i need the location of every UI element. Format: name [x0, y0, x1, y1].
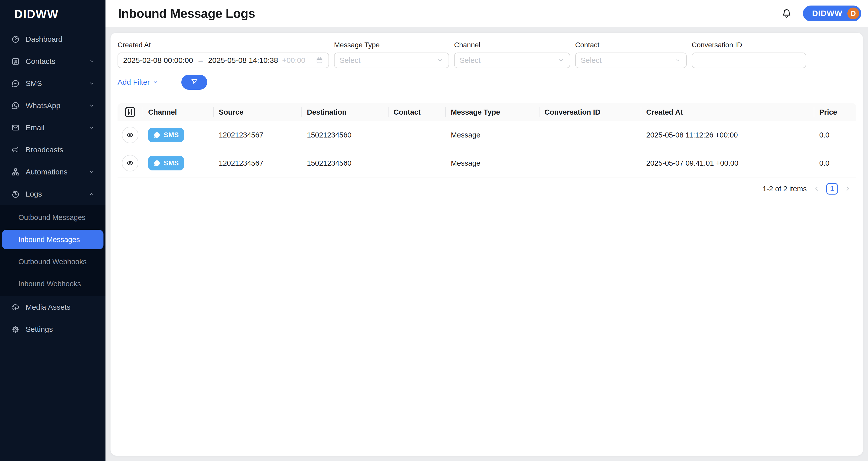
sidebar-item-label: Contacts	[26, 57, 55, 66]
column-header-contact: Contact	[388, 103, 445, 121]
range-timezone: +00:00	[282, 56, 305, 65]
add-filter-button[interactable]: Add Filter	[118, 78, 159, 86]
top-bar: Inbound Message Logs DIDWW D	[105, 0, 868, 27]
view-message-button[interactable]	[122, 127, 138, 143]
sidebar-item-label: Settings	[26, 325, 53, 334]
created-at-range-input[interactable]: 2025-02-08 00:00:00 → 2025-05-08 14:10:3…	[118, 53, 329, 68]
contact-select[interactable]: Select	[575, 53, 687, 68]
chevron-down-icon	[88, 102, 95, 109]
channel-badge-label: SMS	[164, 160, 179, 167]
didww-logo: DIDWW	[0, 0, 105, 28]
sliders-icon	[124, 106, 136, 119]
message-type-select[interactable]: Select	[334, 53, 449, 68]
channel-badge-label: SMS	[164, 131, 179, 139]
range-arrow-icon: →	[197, 56, 204, 64]
channel-badge: SMS	[148, 156, 184, 170]
cell-message-type: Message	[445, 159, 539, 167]
sidebar-item-label: Logs	[26, 190, 42, 198]
select-placeholder: Select	[340, 56, 361, 65]
gear-icon	[11, 325, 20, 334]
cell-source: 12021234567	[213, 159, 301, 167]
filter-conversation-id: Conversation ID	[692, 41, 806, 68]
column-settings-button[interactable]	[118, 103, 143, 121]
filter-created-at: Created At 2025-02-08 00:00:00 → 2025-05…	[118, 41, 329, 68]
sidebar-item-settings[interactable]: Settings	[0, 318, 105, 340]
view-message-button[interactable]	[122, 155, 138, 171]
pagination-prev-button[interactable]	[813, 185, 820, 193]
logs-card: Created At 2025-02-08 00:00:00 → 2025-05…	[111, 33, 863, 456]
chevron-down-icon	[674, 57, 681, 64]
megaphone-icon	[11, 145, 20, 154]
sidebar-item-inbound-webhooks[interactable]: Inbound Webhooks	[2, 273, 103, 295]
table-header-row: Channel Source Destination Contact Messa…	[118, 103, 856, 121]
filter-contact: Contact Select	[575, 41, 687, 68]
message-type-label: Message Type	[334, 41, 449, 49]
column-header-conversation-id: Conversation ID	[539, 103, 641, 121]
funnel-icon	[190, 78, 199, 87]
range-end-value: 2025-05-08 14:10:38	[208, 56, 278, 65]
created-at-label: Created At	[118, 41, 329, 49]
conversation-id-input[interactable]	[697, 53, 801, 68]
column-header-destination: Destination	[301, 103, 388, 121]
sidebar-item-logs[interactable]: Logs	[0, 183, 105, 205]
apply-filter-button[interactable]	[181, 75, 207, 90]
sidebar-item-whatsapp[interactable]: WhatsApp	[0, 94, 105, 117]
sidebar-item-label: WhatsApp	[26, 101, 60, 110]
channel-label: Channel	[454, 41, 570, 49]
sidebar-item-label: Media Assets	[26, 303, 70, 312]
select-placeholder: Select	[581, 56, 601, 65]
sidebar-item-sms[interactable]: SMS	[0, 73, 105, 94]
column-header-created-at: Created At	[641, 103, 814, 121]
chevron-right-icon	[844, 185, 851, 193]
channel-select[interactable]: Select	[454, 53, 570, 68]
column-header-price: Price	[814, 103, 856, 121]
chevron-down-icon	[436, 57, 443, 64]
cloud-upload-icon	[11, 302, 20, 312]
range-start-value: 2025-02-08 00:00:00	[123, 56, 193, 65]
column-header-source: Source	[213, 103, 301, 121]
sidebar-item-media-assets[interactable]: Media Assets	[0, 296, 105, 318]
cell-destination: 15021234560	[301, 131, 388, 139]
chevron-up-icon	[88, 191, 95, 197]
chevron-down-icon	[88, 58, 95, 65]
sub-item-label: Outbound Webhooks	[18, 258, 87, 266]
avatar: D	[847, 7, 859, 19]
sidebar-item-broadcasts[interactable]: Broadcasts	[0, 139, 105, 161]
sidebar-item-label: Automations	[26, 168, 68, 176]
sidebar-item-email[interactable]: Email	[0, 117, 105, 139]
sidebar-item-outbound-messages[interactable]: Outbound Messages	[2, 206, 103, 229]
chat-bubble-icon	[153, 160, 161, 167]
cell-price: 0.0	[814, 131, 856, 139]
pagination-page-1[interactable]: 1	[826, 183, 838, 195]
cell-destination: 15021234560	[301, 159, 388, 167]
sidebar-item-label: Dashboard	[26, 35, 63, 44]
select-placeholder: Select	[460, 56, 480, 65]
content-area: Created At 2025-02-08 00:00:00 → 2025-05…	[105, 27, 868, 461]
sidebar-item-contacts[interactable]: Contacts	[0, 50, 105, 73]
sidebar-item-label: Broadcasts	[26, 146, 63, 154]
account-button[interactable]: DIDWW D	[803, 5, 861, 21]
sidebar-nav: Dashboard Contacts SMS WhatsApp Email Br…	[0, 28, 105, 340]
filter-message-type: Message Type Select	[334, 41, 449, 68]
chevron-down-icon	[152, 79, 159, 85]
sidebar-item-dashboard[interactable]: Dashboard	[0, 28, 105, 50]
notifications-button[interactable]	[781, 8, 793, 19]
column-header-message-type: Message Type	[445, 103, 539, 121]
dashboard-icon	[11, 35, 20, 44]
conversation-id-field	[692, 53, 806, 68]
filters-row: Created At 2025-02-08 00:00:00 → 2025-05…	[118, 41, 856, 68]
sidebar-item-inbound-messages[interactable]: Inbound Messages	[2, 230, 103, 249]
chevron-down-icon	[88, 80, 95, 87]
bell-icon	[781, 8, 793, 19]
chevron-down-icon	[88, 169, 95, 175]
sidebar-item-outbound-webhooks[interactable]: Outbound Webhooks	[2, 251, 103, 273]
sub-item-label: Inbound Webhooks	[18, 280, 81, 288]
cell-source: 12021234567	[213, 131, 301, 139]
clock-history-icon	[11, 190, 20, 199]
sidebar-item-automations[interactable]: Automations	[0, 161, 105, 183]
chevron-down-icon	[558, 57, 565, 64]
table-row: SMS 12021234567 15021234560 Message 2025…	[118, 121, 856, 149]
pagination: 1-2 of 2 items 1	[118, 183, 856, 195]
sidebar: DIDWW Dashboard Contacts SMS WhatsApp Em…	[0, 0, 105, 461]
pagination-next-button[interactable]	[844, 185, 851, 193]
